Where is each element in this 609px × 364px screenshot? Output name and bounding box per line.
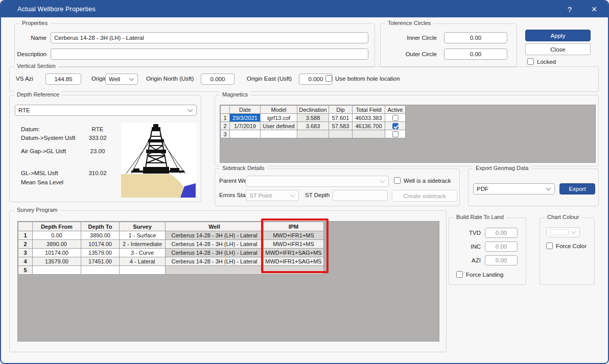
cell-depth-to[interactable] [81,266,120,275]
export-button[interactable]: Export [559,183,595,195]
cell-depth-to[interactable]: 10174.00 [81,240,120,249]
cell-total-field[interactable]: 46136.700 [353,122,385,130]
row-header[interactable]: 1 [221,114,230,122]
well-is-sidetrack-checkbox[interactable] [394,177,401,184]
col-model[interactable]: Model [261,106,297,114]
outer-circle-input[interactable] [444,48,507,60]
cell-total-field[interactable] [353,130,385,138]
create-sidetrack-button[interactable]: Create sidetrack [392,190,457,202]
apply-button[interactable]: Apply [525,30,591,41]
cell-well[interactable]: Cerberus 14-28 - 3H (LH) - Lateral [166,240,264,249]
cell-dip[interactable]: 57.583 [329,122,353,130]
col-survey[interactable]: Survey [120,222,166,231]
col-total-field[interactable]: Total Field [353,106,385,114]
cell-active [385,130,406,138]
force-landing-row: Force Landing [456,271,504,278]
cell-date[interactable]: 1/7/2019 [230,122,261,130]
magnetics-row: 3 [221,130,406,138]
cell-survey[interactable]: 1 - Surface [120,231,166,240]
col-active[interactable]: Active [385,106,406,114]
chevron-down-icon [571,229,576,234]
locked-checkbox[interactable] [527,58,534,65]
use-bottom-hole-checkbox[interactable] [325,75,332,82]
cell-total-field[interactable]: 46033.383 [353,114,385,122]
origin-east-label: Origin East (Usft) [247,76,292,82]
cell-well[interactable]: Cerberus 14-28 - 3H (LH) - Lateral [166,231,264,240]
cell-depth-to[interactable]: 3890.00 [81,231,120,240]
cell-date[interactable]: 29/3/2021 [230,114,261,122]
actual-wellbore-properties-dialog: Actual Wellbore Properties ? × Propertie… [0,0,609,364]
cell-depth-from[interactable] [33,266,81,275]
cell-survey[interactable]: 4 - Lateral [120,257,166,266]
cell-declination[interactable] [297,130,329,138]
force-landing-checkbox[interactable] [456,271,463,278]
active-checkbox[interactable] [392,131,399,137]
col-declination[interactable]: Declination [297,106,329,114]
cell-declination[interactable]: 3.588 [297,114,329,122]
chart-colour-select[interactable] [546,227,580,237]
row-header[interactable]: 1 [18,231,33,240]
cell-depth-to[interactable]: 17451.00 [81,257,120,266]
air-gap-value: 23.00 [83,148,112,154]
col-depth-from[interactable]: Depth From [33,222,81,231]
inc-input[interactable] [485,241,518,252]
magnetics-table: Date Model Declination Dip Total Field A… [220,105,406,138]
cell-survey[interactable]: 3 - Curve [120,249,166,257]
corner-cell [221,106,230,114]
cell-depth-from[interactable]: 0.00 [33,231,81,240]
row-header[interactable]: 3 [221,130,230,138]
magnetics-row: 1 29/3/2021 igrf13.cof 3.588 57.601 4603… [221,114,406,122]
row-header[interactable]: 2 [221,122,230,130]
col-depth-to[interactable]: Depth To [81,222,120,231]
active-checkbox[interactable] [392,115,399,121]
inner-circle-label: Inner Circle [381,35,437,41]
cell-model[interactable] [261,130,297,138]
col-dip[interactable]: Dip [329,106,353,114]
titlebar[interactable]: Actual Wellbore Properties ? × [1,1,608,17]
cell-model[interactable]: User defined [261,122,297,130]
datum-value: RTE [83,126,112,132]
col-date[interactable]: Date [230,106,261,114]
col-well[interactable]: Well [166,222,264,231]
cell-model[interactable]: igrf13.cof [261,114,297,122]
cell-depth-from[interactable]: 10174.00 [33,249,81,257]
origin-select[interactable]: Well [105,74,138,85]
cell-survey[interactable]: 2 - Intermediate [120,240,166,249]
row-header[interactable]: 5 [18,266,33,275]
cell-dip[interactable] [329,130,353,138]
inc-label: INC [449,244,481,250]
cell-declination[interactable]: 3.683 [297,122,329,130]
tvd-input[interactable] [485,228,518,238]
st-depth-input[interactable] [333,190,388,201]
export-format-select[interactable]: PDF [473,183,555,195]
cell-depth-from[interactable]: 3890.00 [33,240,81,249]
help-icon[interactable]: ? [563,3,576,15]
description-input[interactable] [51,48,368,60]
parent-well-select[interactable] [246,176,389,187]
name-input[interactable] [51,32,368,43]
vs-azi-input[interactable] [45,74,81,85]
active-checkbox[interactable] [392,123,399,129]
cell-well[interactable] [166,266,264,275]
cell-well[interactable]: Cerberus 14-28 - 3H (LH) - Lateral [166,249,264,257]
cell-well[interactable]: Cerberus 14-28 - 3H (LH) - Lateral [166,257,264,266]
cell-depth-from[interactable]: 13579.00 [33,257,81,266]
cell-survey[interactable] [120,266,166,275]
azi-input[interactable] [485,255,518,265]
row-header[interactable]: 4 [18,257,33,266]
close-icon[interactable]: × [588,3,601,15]
well-is-sidetrack-row: Well is a sidetrack [394,177,451,184]
origin-north-input[interactable] [201,74,235,85]
cell-dip[interactable]: 57.601 [329,114,353,122]
inner-circle-input[interactable] [444,32,507,43]
cell-date[interactable] [230,130,261,138]
row-header[interactable]: 3 [18,249,33,257]
force-color-checkbox[interactable] [546,242,553,249]
datum-system-value: 333.02 [83,135,112,141]
errors-start-select[interactable]: ST Point [246,190,299,201]
depth-reference-select[interactable]: RTE [15,105,197,116]
sidetrack-details-group: Sidetrack Details Parent Well Well is a … [215,168,460,206]
row-header[interactable]: 2 [18,240,33,249]
cell-depth-to[interactable]: 13579.00 [81,249,120,257]
close-button[interactable]: Close [525,43,591,55]
